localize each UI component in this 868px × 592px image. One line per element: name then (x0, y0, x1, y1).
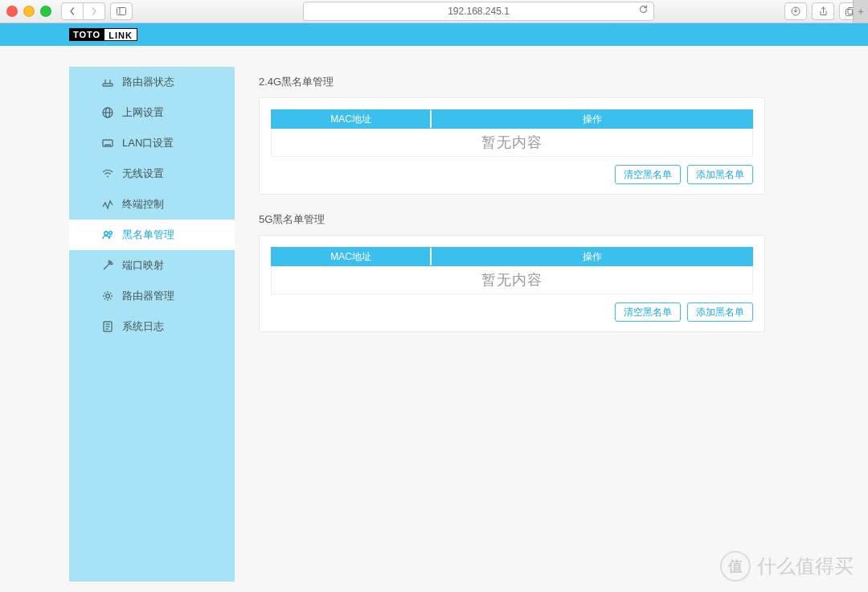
lan-port-icon (101, 137, 114, 150)
log-icon (101, 320, 114, 333)
sidebar-item-label: 路由器管理 (122, 289, 174, 303)
sidebar-item-portmap[interactable]: 端口映射 (69, 250, 235, 281)
sidebar-item-client[interactable]: 终端控制 (69, 189, 235, 220)
svg-point-12 (107, 176, 108, 178)
brand-logo: TOTO LINK (69, 28, 137, 41)
logo-left: TOTO (69, 28, 104, 41)
new-tab-button[interactable]: + (853, 0, 868, 23)
sidebar-item-label: 终端控制 (122, 197, 164, 212)
sidebar-item-wan[interactable]: 上网设置 (69, 97, 235, 128)
watermark-text: 什么值得买 (757, 553, 854, 579)
sidebar-item-label: 上网设置 (122, 105, 164, 120)
reload-icon[interactable] (638, 4, 649, 17)
watermark: 值 什么值得买 (720, 551, 854, 582)
globe-icon (101, 106, 114, 119)
sidebar-item-wifi[interactable]: 无线设置 (69, 158, 235, 189)
page-body: 路由器状态 上网设置 LAN口设置 无线设置 (0, 46, 868, 592)
svg-rect-5 (103, 84, 113, 86)
add-blacklist-button-5g[interactable]: 添加黑名单 (687, 302, 753, 322)
sidebar-item-label: 无线设置 (122, 166, 164, 181)
svg-point-14 (109, 232, 113, 235)
users-icon (101, 228, 114, 241)
activity-icon (101, 198, 114, 211)
svg-rect-11 (103, 140, 113, 146)
browser-chrome: 192.168.245.1 + (0, 0, 868, 23)
logo-right: LINK (104, 28, 137, 41)
svg-rect-3 (846, 9, 853, 15)
sidebar-item-lan[interactable]: LAN口设置 (69, 128, 235, 158)
window-controls (6, 6, 51, 17)
app-header: TOTO LINK (0, 23, 868, 46)
maximize-window-button[interactable] (40, 6, 51, 17)
table-empty-text: 暂无内容 (271, 129, 753, 157)
sidebar-item-label: LAN口设置 (122, 136, 174, 150)
tools-icon (101, 259, 114, 272)
downloads-button[interactable] (784, 2, 807, 20)
close-window-button[interactable] (6, 6, 18, 17)
col-mac: MAC地址 (272, 110, 432, 128)
col-op: 操作 (432, 110, 752, 128)
col-mac: MAC地址 (272, 248, 432, 265)
clear-blacklist-button-5g[interactable]: 清空黑名单 (615, 302, 681, 322)
sidebar-item-admin[interactable]: 路由器管理 (69, 281, 235, 311)
sidebar-item-syslog[interactable]: 系统日志 (69, 311, 235, 342)
svg-point-13 (104, 232, 108, 235)
back-button[interactable] (61, 2, 84, 20)
wifi-icon (101, 167, 114, 180)
minimize-window-button[interactable] (23, 6, 35, 17)
card-24g: MAC地址 操作 暂无内容 清空黑名单 添加黑名单 (259, 97, 765, 195)
svg-rect-0 (117, 8, 126, 15)
table-header: MAC地址 操作 (271, 247, 753, 266)
clear-blacklist-button-24g[interactable]: 清空黑名单 (615, 165, 681, 184)
router-status-icon (101, 76, 114, 88)
section-5g: 5G黑名单管理 MAC地址 操作 暂无内容 清空黑名单 添加黑名单 (259, 212, 802, 332)
svg-point-15 (106, 294, 109, 298)
sidebar-item-label: 黑名单管理 (122, 228, 174, 242)
table-empty-text: 暂无内容 (271, 266, 753, 294)
sidebar: 路由器状态 上网设置 LAN口设置 无线设置 (69, 67, 235, 582)
url-bar[interactable]: 192.168.245.1 (303, 2, 654, 21)
sidebar-item-blacklist[interactable]: 黑名单管理 (69, 220, 235, 250)
gear-icon (101, 290, 114, 302)
section-title: 2.4G黑名单管理 (259, 75, 802, 89)
watermark-badge: 值 (720, 551, 751, 582)
sidebar-item-label: 路由器状态 (122, 75, 174, 89)
add-blacklist-button-24g[interactable]: 添加黑名单 (687, 165, 753, 184)
section-title: 5G黑名单管理 (259, 212, 802, 227)
col-op: 操作 (432, 248, 752, 265)
section-24g: 2.4G黑名单管理 MAC地址 操作 暂无内容 清空黑名单 添加黑名单 (259, 75, 802, 195)
share-button[interactable] (812, 2, 834, 20)
content-area: 2.4G黑名单管理 MAC地址 操作 暂无内容 清空黑名单 添加黑名单 5G黑名… (235, 67, 802, 582)
sidebar-item-status[interactable]: 路由器状态 (69, 67, 235, 97)
sidebar-item-label: 端口映射 (122, 258, 164, 273)
url-text: 192.168.245.1 (448, 6, 510, 17)
sidebar-toggle-button[interactable] (110, 2, 133, 20)
card-5g: MAC地址 操作 暂无内容 清空黑名单 添加黑名单 (259, 235, 765, 332)
sidebar-item-label: 系统日志 (122, 319, 164, 334)
forward-button[interactable] (84, 2, 105, 20)
table-header: MAC地址 操作 (271, 109, 753, 129)
